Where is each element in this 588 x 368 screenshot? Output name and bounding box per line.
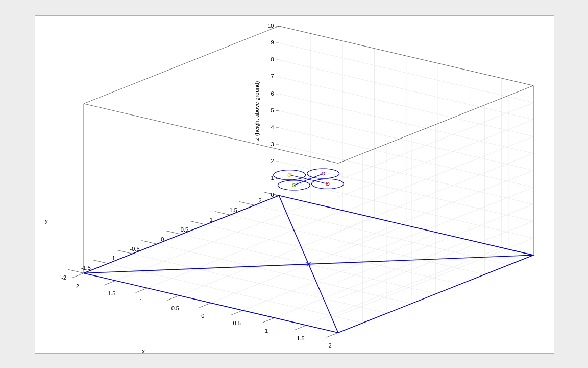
- svg-text:1.5: 1.5: [297, 335, 304, 341]
- svg-line-76: [167, 295, 179, 300]
- svg-text:-1: -1: [138, 298, 143, 304]
- matlab-figure: -2-1.5-1-0.500.511.52-2-1.5-1-0.500.511.…: [35, 15, 554, 354]
- svg-text:8: 8: [271, 56, 274, 62]
- svg-line-82: [263, 318, 275, 323]
- svg-line-96: [166, 231, 181, 235]
- svg-text:z (height above ground): z (height above ground): [254, 81, 260, 141]
- svg-line-94: [142, 241, 157, 244]
- svg-text:6: 6: [271, 90, 274, 97]
- quadrotor: [274, 169, 344, 190]
- svg-line-65: [84, 26, 279, 104]
- svg-text:1: 1: [271, 175, 274, 181]
- svg-text:10: 10: [267, 22, 274, 29]
- svg-text:3: 3: [271, 141, 274, 147]
- tick-labels: -2-1.5-1-0.500.511.52-2-1.5-1-0.500.511.…: [45, 22, 338, 353]
- svg-text:x: x: [142, 348, 145, 353]
- svg-line-56: [255, 205, 509, 265]
- svg-line-102: [239, 202, 255, 205]
- svg-text:1: 1: [265, 328, 268, 334]
- svg-line-52: [157, 244, 411, 304]
- svg-text:-1.5: -1.5: [81, 265, 91, 271]
- svg-text:0: 0: [201, 313, 204, 319]
- svg-line-80: [231, 310, 243, 315]
- svg-text:-2: -2: [74, 283, 79, 289]
- svg-line-78: [199, 303, 211, 308]
- svg-text:-0.5: -0.5: [169, 305, 179, 311]
- svg-line-100: [215, 212, 230, 215]
- svg-text:2: 2: [329, 342, 332, 349]
- svg-text:0: 0: [271, 192, 274, 198]
- axes-3d[interactable]: -2-1.5-1-0.500.511.52-2-1.5-1-0.500.511.…: [35, 16, 554, 353]
- svg-text:4: 4: [271, 124, 274, 130]
- svg-text:9: 9: [271, 39, 274, 45]
- svg-text:-2: -2: [61, 274, 66, 281]
- svg-text:0.5: 0.5: [181, 226, 188, 233]
- svg-line-70: [72, 273, 84, 278]
- svg-text:0.5: 0.5: [233, 320, 241, 326]
- svg-text:-0.5: -0.5: [130, 246, 140, 252]
- svg-text:5: 5: [271, 107, 274, 113]
- svg-line-74: [136, 288, 148, 293]
- svg-line-86: [327, 333, 338, 337]
- svg-line-54: [206, 225, 460, 285]
- svg-line-98: [190, 221, 206, 225]
- svg-text:7: 7: [271, 73, 274, 79]
- quad-center: [308, 179, 309, 180]
- svg-line-50: [108, 263, 362, 323]
- svg-line-72: [104, 281, 115, 285]
- svg-text:2: 2: [271, 158, 274, 164]
- svg-text:1.5: 1.5: [229, 207, 237, 213]
- svg-line-84: [295, 325, 306, 330]
- svg-text:y: y: [45, 218, 48, 224]
- svg-line-90: [93, 260, 108, 263]
- svg-line-62: [84, 104, 338, 164]
- svg-text:-1.5: -1.5: [106, 290, 115, 296]
- ground-plane: [84, 196, 533, 333]
